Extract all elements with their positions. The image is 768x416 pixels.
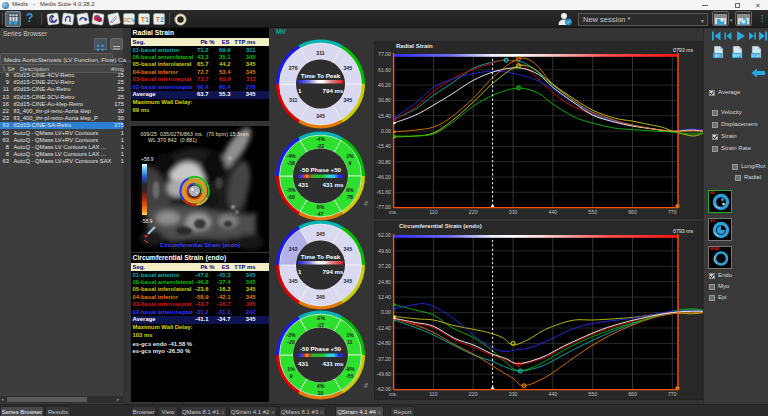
svg-text:0793 ms: 0793 ms <box>673 228 693 234</box>
svg-text:24.80: 24.80 <box>378 279 391 285</box>
svg-text:DCM: DCM <box>752 54 760 58</box>
svg-text:330: 330 <box>509 391 518 397</box>
svg-text:%: % <box>363 383 369 388</box>
svg-text:ms.: ms. <box>389 391 397 397</box>
svg-text:550: 550 <box>588 391 597 397</box>
svg-text:770: 770 <box>668 391 677 397</box>
svg-text:660: 660 <box>628 391 637 397</box>
svg-text:62.00: 62.00 <box>378 232 391 238</box>
svg-text:49.60: 49.60 <box>378 248 391 254</box>
svg-text:440: 440 <box>549 391 558 397</box>
svg-text:BMP: BMP <box>733 54 741 58</box>
svg-text:220: 220 <box>469 391 478 397</box>
svg-text:12.40: 12.40 <box>378 294 391 300</box>
svg-text:-37.20: -37.20 <box>376 356 391 362</box>
svg-text:0.00: 0.00 <box>381 309 391 315</box>
svg-text:AVI: AVI <box>715 54 720 58</box>
svg-text:-12.40: -12.40 <box>376 325 391 331</box>
svg-text:-24.80: -24.80 <box>376 340 391 346</box>
svg-text:37.20: 37.20 <box>378 263 391 269</box>
svg-text:110: 110 <box>429 391 437 397</box>
svg-text:Circumferential Strain (endo): Circumferential Strain (endo) <box>399 223 482 229</box>
svg-text:-49.60: -49.60 <box>376 371 391 377</box>
